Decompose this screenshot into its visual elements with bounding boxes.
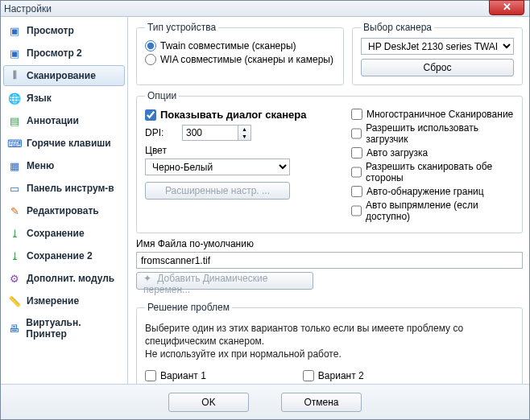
sidebar-item-label: Панель инструм-в bbox=[27, 183, 114, 194]
sidebar-item-label: Горячие клавиши bbox=[27, 138, 111, 149]
sidebar-item-edit[interactable]: ✎ Редактировать bbox=[3, 200, 125, 221]
dpi-label: DPI: bbox=[145, 127, 176, 138]
ruler-icon: 📏 bbox=[8, 294, 21, 307]
variant2-label: Вариант 2 bbox=[318, 370, 364, 381]
sidebar-item-label: Сохранение bbox=[27, 228, 85, 239]
ok-button[interactable]: OK bbox=[168, 393, 249, 412]
close-button[interactable]: ✕ bbox=[489, 0, 524, 15]
wand-icon: ✦ bbox=[143, 273, 151, 284]
options-left: Показывать диалог сканера DPI: ▲▼ Цвет Ч… bbox=[145, 106, 338, 224]
variant2-row[interactable]: Вариант 2 bbox=[303, 370, 364, 381]
dpi-row: DPI: ▲▼ bbox=[145, 125, 338, 141]
autodeskew-checkbox[interactable] bbox=[351, 205, 362, 216]
cancel-button[interactable]: Отмена bbox=[281, 393, 362, 412]
color-select[interactable]: Черно-Белый bbox=[145, 159, 290, 175]
multipage-checkbox[interactable] bbox=[351, 109, 362, 120]
scanner-select[interactable]: HP DeskJet 2130 series TWAIN bbox=[361, 38, 514, 55]
sidebar-item-menu[interactable]: ▦ Меню bbox=[3, 155, 125, 176]
autoload-row[interactable]: Авто загрузка bbox=[351, 147, 514, 159]
globe-icon: 🌐 bbox=[8, 92, 21, 105]
sidebar-item-language[interactable]: 🌐 Язык bbox=[3, 88, 125, 109]
scanboth-checkbox[interactable] bbox=[351, 167, 362, 178]
sidebar-item-label: Язык bbox=[27, 93, 52, 104]
allow-loader-row[interactable]: Разрешить использовать загрузчик bbox=[351, 122, 514, 145]
sidebar-item-label: Дополнит. модуль bbox=[27, 273, 114, 284]
settings-window: Настройки ✕ ▣ Просмотр ▣ Просмотр 2 𝄃 Ск… bbox=[0, 0, 530, 420]
options-legend: Опции bbox=[145, 90, 179, 101]
radio-wia[interactable] bbox=[145, 54, 156, 65]
options-right: Многостраничное Сканирование Разрешить и… bbox=[346, 106, 514, 224]
allow-loader-checkbox[interactable] bbox=[351, 128, 362, 139]
multipage-row[interactable]: Многостраничное Сканирование bbox=[351, 109, 514, 120]
show-dialog-row[interactable]: Показывать диалог сканера bbox=[145, 109, 338, 121]
sidebar-item-measure[interactable]: 📏 Измерение bbox=[3, 290, 125, 311]
scanner-select-legend: Выбор сканера bbox=[361, 22, 434, 33]
advanced-settings-button[interactable]: Расширенные настр. ... bbox=[145, 182, 290, 200]
edit-icon: ✎ bbox=[8, 204, 21, 217]
radio-twain-row[interactable]: Twain совместимые (сканеры) bbox=[145, 40, 335, 51]
save-icon: ⤓ bbox=[8, 227, 21, 240]
monitor-icon: ▣ bbox=[8, 24, 21, 37]
sidebar-item-preview2[interactable]: ▣ Просмотр 2 bbox=[3, 43, 125, 64]
radio-wia-label: WIA совместимые (сканеры и камеры) bbox=[160, 54, 333, 65]
add-dynamic-vars-button[interactable]: ✦ Добавить Динамические перемен... bbox=[136, 272, 313, 290]
sidebar-item-save[interactable]: ⤓ Сохранение bbox=[3, 223, 125, 244]
titlebar: Настройки ✕ bbox=[1, 1, 529, 17]
sidebar-item-label: Редактировать bbox=[27, 205, 99, 216]
options-group: Опции Показывать диалог сканера DPI: ▲▼ bbox=[136, 90, 523, 233]
sidebar-item-scanning[interactable]: 𝄃 Сканирование bbox=[3, 65, 125, 86]
autoload-label: Авто загрузка bbox=[366, 147, 428, 159]
filename-input[interactable] bbox=[136, 252, 523, 269]
sidebar-item-plugin[interactable]: ⚙ Дополнит. модуль bbox=[3, 268, 125, 289]
sidebar-item-save2[interactable]: ⤓ Сохранение 2 bbox=[3, 245, 125, 266]
keyboard-icon: ⌨ bbox=[8, 137, 21, 150]
scanner-icon: 𝄃 bbox=[8, 69, 21, 82]
content-pane: Тип устройства Twain совместимые (сканер… bbox=[128, 17, 529, 384]
autodeskew-row[interactable]: Авто выпрямление (если доступно) bbox=[351, 200, 514, 222]
sidebar-item-label: Аннотации bbox=[27, 115, 79, 126]
menu-icon: ▦ bbox=[8, 159, 21, 172]
sidebar-item-label: Просмотр 2 bbox=[27, 47, 82, 59]
arrow-down-icon[interactable]: ▼ bbox=[238, 133, 251, 140]
variant1-checkbox[interactable] bbox=[145, 370, 156, 381]
scanboth-row[interactable]: Разрешить сканировать обе стороны bbox=[351, 161, 514, 183]
autoborder-row[interactable]: Авто-обнаружение границ bbox=[351, 186, 514, 197]
troubleshoot-group: Решение проблем Выберите один из этих ва… bbox=[136, 302, 523, 384]
radio-wia-row[interactable]: WIA совместимые (сканеры и камеры) bbox=[145, 54, 335, 65]
device-type-group: Тип устройства Twain совместимые (сканер… bbox=[136, 22, 344, 85]
autoborder-checkbox[interactable] bbox=[351, 186, 362, 197]
troubleshoot-legend: Решение проблем bbox=[145, 302, 232, 313]
plugin-icon: ⚙ bbox=[8, 272, 21, 285]
autoload-checkbox[interactable] bbox=[351, 147, 362, 159]
troubleshoot-help: Выберите один из этих вариантов только е… bbox=[145, 322, 514, 361]
autodeskew-label: Авто выпрямление (если доступно) bbox=[366, 200, 514, 222]
add-dynamic-vars-label: Добавить Динамические перемен... bbox=[143, 273, 267, 295]
sidebar-item-preview[interactable]: ▣ Просмотр bbox=[3, 20, 125, 41]
body: ▣ Просмотр ▣ Просмотр 2 𝄃 Сканирование 🌐… bbox=[1, 17, 529, 384]
variant1-label: Вариант 1 bbox=[160, 370, 206, 381]
sidebar-item-toolbar[interactable]: ▭ Панель инструм-в bbox=[3, 178, 125, 199]
variant1-row[interactable]: Вариант 1 bbox=[145, 370, 206, 381]
autoborder-label: Авто-обнаружение границ bbox=[366, 186, 484, 197]
window-title: Настройки bbox=[4, 3, 52, 14]
save-icon: ⤓ bbox=[8, 249, 21, 262]
radio-twain[interactable] bbox=[145, 40, 156, 51]
sidebar-item-annotations[interactable]: ▤ Аннотации bbox=[3, 110, 125, 131]
arrow-up-icon[interactable]: ▲ bbox=[238, 126, 251, 133]
sidebar-item-label: Виртуальн. Принтер bbox=[26, 317, 120, 340]
scanner-select-group: Выбор сканера HP DeskJet 2130 series TWA… bbox=[352, 22, 523, 85]
sidebar-item-hotkeys[interactable]: ⌨ Горячие клавиши bbox=[3, 133, 125, 154]
printer-icon: 🖶 bbox=[8, 322, 20, 335]
sidebar-item-label: Меню bbox=[27, 160, 54, 171]
dpi-input[interactable] bbox=[182, 125, 238, 141]
show-dialog-label: Показывать диалог сканера bbox=[160, 109, 307, 121]
sidebar: ▣ Просмотр ▣ Просмотр 2 𝄃 Сканирование 🌐… bbox=[1, 17, 128, 384]
show-dialog-checkbox[interactable] bbox=[145, 109, 156, 121]
dpi-spinner[interactable]: ▲▼ bbox=[182, 125, 251, 141]
note-icon: ▤ bbox=[8, 114, 21, 127]
sidebar-item-vprinter[interactable]: 🖶 Виртуальн. Принтер bbox=[3, 313, 125, 344]
reset-button[interactable]: Сброс bbox=[361, 59, 514, 76]
dpi-arrows[interactable]: ▲▼ bbox=[238, 125, 251, 141]
variant2-checkbox[interactable] bbox=[303, 370, 314, 381]
footer: OK Отмена bbox=[1, 384, 529, 419]
